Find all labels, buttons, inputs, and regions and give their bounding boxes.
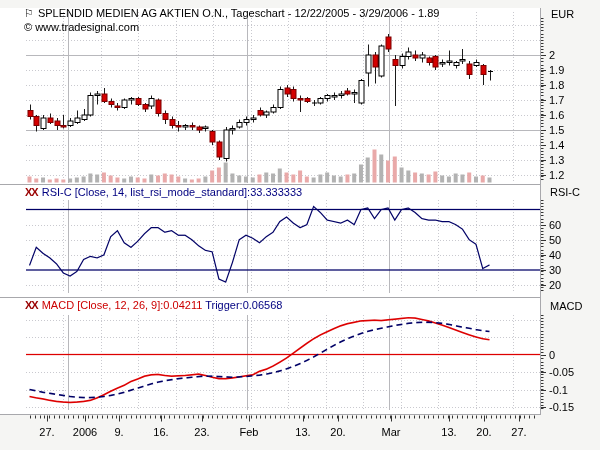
- rsi-panel[interactable]: [0, 185, 541, 297]
- value-axis[interactable]: [541, 8, 600, 414]
- macd-header-text: MACD [Close, 12, 26, 9]:0.04211: [42, 299, 203, 311]
- rsi-header-text: RSI-C [Close, 14, list_rsi_mode_standard…: [42, 186, 302, 198]
- indicator-logo-icon: XX: [25, 299, 38, 311]
- rsi-indicator-header[interactable]: XXRSI-C [Close, 14, list_rsi_mode_standa…: [25, 186, 302, 198]
- copyright-text: © www.tradesignal.com: [24, 21, 139, 33]
- macd-trigger-text: Trigger:0.06568: [205, 299, 282, 311]
- rsi-panel-tag: RSI-C: [550, 186, 580, 198]
- price-panel[interactable]: [0, 8, 541, 184]
- time-axis[interactable]: [0, 415, 541, 445]
- chart-title: SPLENDID MEDIEN AG AKTIEN O.N., Tagescha…: [38, 7, 440, 19]
- macd-indicator-header[interactable]: XXMACD [Close, 12, 26, 9]:0.04211 Trigge…: [25, 299, 282, 311]
- macd-panel-tag: MACD: [550, 300, 582, 312]
- currency-label: EUR: [551, 8, 574, 20]
- chart-title-row[interactable]: ⚐SPLENDID MEDIEN AG AKTIEN O.N., Tagesch…: [24, 7, 439, 20]
- macd-panel[interactable]: [0, 298, 541, 414]
- flag-icon: ⚐: [24, 7, 34, 19]
- chart-window: ⚐SPLENDID MEDIEN AG AKTIEN O.N., Tagesch…: [0, 0, 600, 450]
- indicator-logo-icon: XX: [25, 186, 38, 198]
